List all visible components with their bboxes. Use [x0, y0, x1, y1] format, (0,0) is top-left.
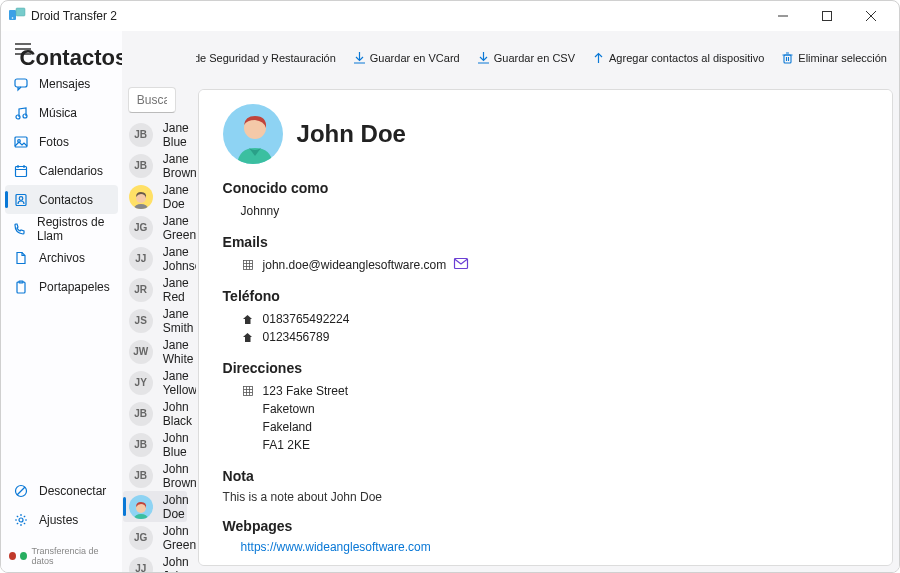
address-line-1: 123 Fake Street — [263, 384, 348, 398]
add-contacts-label: Agregar contactos al dispositivo — [609, 52, 764, 64]
sidebar-item-label: Desconectar — [39, 484, 106, 498]
contact-item[interactable]: John Doe — [123, 491, 187, 522]
save-csv-button[interactable]: Guardar en CSV — [478, 52, 575, 64]
home-icon — [241, 332, 255, 343]
address-heading: Direcciones — [223, 360, 868, 376]
svg-line-24 — [17, 487, 25, 495]
mail-icon[interactable] — [454, 258, 468, 272]
sidebar-item-label: Música — [39, 106, 77, 120]
contact-item[interactable]: Jane Doe — [123, 181, 187, 212]
sidebar-item-music[interactable]: Música — [1, 98, 122, 127]
sidebar-item-file[interactable]: Archivos — [1, 243, 122, 272]
contact-name: Jane Doe — [163, 183, 189, 211]
sidebar-item-clipboard[interactable]: Portapapeles — [1, 272, 122, 301]
svg-rect-34 — [784, 55, 791, 63]
contact-avatar — [129, 185, 153, 209]
contact-avatar-initials: JG — [129, 526, 153, 550]
sidebar-item-settings[interactable]: Ajustes — [1, 505, 122, 534]
web-heading: Webpages — [223, 518, 868, 534]
svg-point-25 — [19, 518, 23, 522]
add-contacts-button[interactable]: Agregar contactos al dispositivo — [593, 52, 764, 64]
contact-item[interactable]: JBJane Blue — [123, 119, 187, 150]
contact-avatar-initials: JB — [129, 123, 153, 147]
save-vcard-button[interactable]: Guardar en VCard — [354, 52, 460, 64]
phone-value-1: 0183765492224 — [263, 312, 350, 326]
contact-item[interactable]: JBJane Brown — [123, 150, 187, 181]
note-heading: Nota — [223, 468, 868, 484]
contact-item[interactable]: JBJohn Brown — [123, 460, 187, 491]
contact-name: Jane White — [163, 338, 194, 366]
contact-avatar-initials: JB — [129, 402, 153, 426]
search-input[interactable] — [128, 87, 176, 113]
contact-item[interactable]: JSJane Smith — [123, 305, 187, 336]
trash-icon — [782, 52, 793, 64]
contact-avatar-initials: JR — [129, 278, 153, 302]
message-icon — [13, 77, 29, 91]
contact-avatar-initials: JW — [129, 340, 153, 364]
sidebar-item-calendar[interactable]: Calendarios — [1, 156, 122, 185]
sidebar-item-label: Ajustes — [39, 513, 78, 527]
svg-rect-15 — [16, 166, 27, 176]
known-as-heading: Conocido como — [223, 180, 868, 196]
save-csv-label: Guardar en CSV — [494, 52, 575, 64]
window-close-button[interactable] — [849, 2, 893, 30]
sidebar-item-label: Archivos — [39, 251, 85, 265]
sidebar-item-contacts[interactable]: Contactos — [5, 185, 118, 214]
sidebar-item-phone[interactable]: Registros de Llam — [1, 214, 122, 243]
contact-item[interactable]: JGJohn Green — [123, 522, 187, 553]
contact-avatar-initials: JB — [129, 433, 153, 457]
contact-item[interactable]: JBJohn Black — [123, 398, 187, 429]
contact-name: John Doe — [163, 493, 189, 521]
svg-point-2 — [12, 17, 14, 19]
settings-icon — [13, 513, 29, 527]
sidebar-item-photos[interactable]: Fotos — [1, 127, 122, 156]
web-link[interactable]: https://www.wideanglesoftware.com — [223, 540, 868, 554]
svg-rect-46 — [243, 387, 252, 396]
delete-button[interactable]: Eliminar selección — [782, 52, 887, 64]
sidebar-item-message[interactable]: Mensajes — [1, 69, 122, 98]
contact-item[interactable]: JWJane White — [123, 336, 187, 367]
contact-name: John Brown — [163, 462, 196, 490]
sidebar-item-label: Mensajes — [39, 77, 90, 91]
music-icon — [13, 106, 29, 120]
contact-name: John Johnson — [163, 555, 196, 573]
contact-name: Jane Green — [163, 214, 196, 242]
contact-name: Jane Yellow — [163, 369, 196, 397]
svg-rect-4 — [823, 12, 832, 21]
disconnect-icon — [13, 484, 29, 498]
contact-name: Jane Johnson — [163, 245, 196, 273]
contact-name: Jane Blue — [163, 121, 189, 149]
contact-name: Jane Brown — [163, 152, 196, 180]
sidebar-item-label: Calendarios — [39, 164, 103, 178]
sidebar-item-label: Contactos — [39, 193, 93, 207]
contact-item[interactable]: JBJohn Blue — [123, 429, 187, 460]
note-value: This is a note about John Doe — [223, 490, 868, 504]
contacts-column: JBJane BlueJBJane BrownJane DoeJGJane Gr… — [122, 31, 196, 572]
phone-heading: Teléfono — [223, 288, 868, 304]
toolbar: Contactos Copia de Seguridad y Restaurac… — [196, 31, 899, 87]
contacts-icon — [13, 193, 29, 207]
contact-name: John Black — [163, 400, 192, 428]
sidebar-item-disconnect[interactable]: Desconectar — [1, 476, 122, 505]
window-minimize-button[interactable] — [761, 2, 805, 30]
phone-icon — [13, 222, 27, 236]
detail-column: Contactos Copia de Seguridad y Restaurac… — [196, 31, 899, 572]
contact-item[interactable]: JJJane Johnson — [123, 243, 187, 274]
svg-rect-40 — [243, 261, 252, 270]
contact-avatar — [223, 104, 283, 164]
svg-rect-13 — [15, 137, 27, 147]
status-bar: Transferencia de datos — [1, 540, 122, 572]
app-title: Droid Transfer 2 — [31, 9, 117, 23]
contact-item[interactable]: JGJane Green — [123, 212, 187, 243]
window-maximize-button[interactable] — [805, 2, 849, 30]
contact-item[interactable]: JJJohn Johnson — [123, 553, 187, 572]
contact-name: John Blue — [163, 431, 189, 459]
status-dot-red — [9, 552, 16, 560]
titlebar: Droid Transfer 2 — [1, 1, 899, 31]
address-line-4: FA1 2KE — [263, 438, 310, 452]
contact-item[interactable]: JRJane Red — [123, 274, 187, 305]
contact-item[interactable]: JYJane Yellow — [123, 367, 187, 398]
status-text: Transferencia de datos — [31, 546, 113, 566]
contact-avatar-initials: JJ — [129, 247, 153, 271]
sidebar-item-label: Portapapeles — [39, 280, 110, 294]
